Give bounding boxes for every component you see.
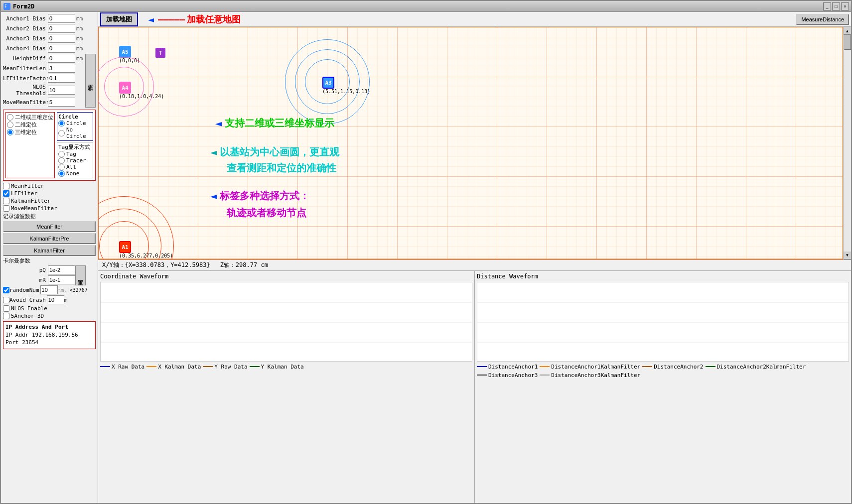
meanfilter-button[interactable]: MeanFilter (3, 221, 96, 232)
load-map-button[interactable]: 加载地图 (100, 12, 138, 26)
scroll-down-button[interactable]: ▼ (844, 252, 852, 259)
nlos-threshold-input[interactable] (48, 86, 75, 95)
randomnum-checkbox[interactable] (3, 287, 9, 293)
circle-section-label: Circle (58, 114, 92, 120)
annotation-2d3d-text: 支持二维或三维坐标显示 (225, 117, 334, 130)
tag-t-node: T (155, 48, 165, 58)
heightdiff-label: HeightDiff (3, 55, 48, 62)
meanfilterlen-input[interactable] (48, 64, 75, 73)
window-title: Form2D (13, 3, 823, 10)
ip-addr-label: IP Addr (5, 332, 32, 338)
3d-radio[interactable] (7, 129, 13, 135)
scroll-thumb[interactable] (844, 35, 851, 50)
anchor3d-checkbox[interactable] (3, 313, 9, 319)
waveform-container: Coordinate Waveform X Raw Data (98, 270, 851, 504)
kalmanfilter-checkbox-label: KalmanFilter (11, 198, 50, 204)
legend-dist-a1k: DistanceAnchor1KalmanFilter (540, 364, 640, 370)
movemeanfilterlen-input[interactable] (48, 98, 75, 107)
annotation-tag-text1: 标签多种选择方式： (220, 189, 309, 203)
kalmanfilter-button[interactable]: KalmanFilter (3, 245, 96, 256)
circle-label: Circle (66, 120, 86, 126)
kalman-fields: pQ mR (3, 265, 75, 285)
dist-waveform-title: Distance Waveform (477, 273, 849, 280)
nlos-enable-item: NLOS Enable (3, 305, 96, 312)
lffilterfactor-input[interactable] (48, 74, 75, 83)
meanfilter-checkbox[interactable] (3, 183, 9, 189)
kalman-params-label: 卡尔曼参数 (3, 257, 96, 264)
movemeanfilter-checkbox[interactable] (3, 205, 9, 212)
load-annotation-label: 加载任意地图 (187, 13, 241, 25)
anchor2-bias-input[interactable] (48, 24, 75, 33)
annotation-tag-text2: 轨迹或者移动节点 (227, 207, 306, 219)
legend-dist-a1k-line (540, 366, 550, 367)
ip-section: IP Address And Port IP Addr 192.168.199.… (3, 321, 96, 349)
main-content: Anchor1 Bias mm Anchor2 Bias mm Anchor3 … (1, 12, 851, 503)
minimize-button[interactable]: _ (823, 2, 831, 10)
mr-input[interactable] (48, 275, 75, 284)
tag-radio-item: Tag (58, 151, 92, 157)
anchor4-bias-input[interactable] (48, 44, 75, 53)
nocircle-radio[interactable] (58, 130, 65, 136)
lffilterfactor-row: LFFilterFactor (3, 74, 85, 83)
avoidcrash-unit: m (64, 297, 68, 303)
movemeanfilterlen-label: MoveMeanFilterLen (3, 99, 48, 106)
map-toolbar: 加载地图 ◄ ————— 加载任意地图 MeasureDistance (98, 12, 851, 27)
legend-x-raw-line (100, 366, 110, 367)
pq-input[interactable] (48, 265, 75, 274)
none-radio[interactable] (58, 170, 65, 177)
scroll-up-button[interactable]: ▲ (844, 27, 852, 35)
close-button[interactable]: × (841, 2, 849, 10)
anchor2-bias-unit: mm (76, 25, 83, 32)
lffilter-checkbox[interactable] (3, 190, 9, 197)
measure-distance-button[interactable]: MeasureDistance (796, 14, 849, 25)
legend-x-raw-label: X Raw Data (112, 364, 144, 370)
tag-radio[interactable] (58, 151, 65, 157)
3d-label: 三维定位 (15, 128, 37, 136)
2d-label: 二维定位 (15, 121, 37, 128)
kalman-reset-button[interactable]: 重置 (75, 265, 86, 285)
legend-dist-a3-line (477, 375, 487, 376)
2d3d-radio[interactable] (7, 114, 13, 121)
tag-display-box: Tag显示方式 Tag Tracer All (57, 142, 93, 178)
mr-label: mR (3, 277, 48, 283)
avoidcrash-checkbox[interactable] (3, 297, 9, 303)
anchor3d-label: 5Anchor 3D (11, 313, 44, 319)
anchor1-bias-input[interactable] (48, 14, 75, 23)
legend-y-kalman-label: Y Kalman Data (261, 364, 304, 370)
refresh-button[interactable]: 更新 (85, 54, 96, 108)
kalmanfilter-checkbox[interactable] (3, 198, 9, 204)
anchor4-bias-label: Anchor4 Bias (3, 45, 48, 52)
lffilter-checkbox-label: LFFilter (11, 190, 37, 197)
annotation-circle-text1: 以基站为中心画圆，更直观 (220, 145, 339, 159)
tracer-label: Tracer (66, 157, 86, 164)
nlos-enable-checkbox[interactable] (3, 305, 9, 312)
maximize-button[interactable]: □ (832, 2, 840, 10)
z-status: Z轴：298.77 cm (220, 261, 268, 269)
coordinate-waveform-panel: Coordinate Waveform X Raw Data (98, 271, 475, 504)
status-bar: X/Y轴：{X=338.0783，Y=412.5983} Z轴：298.77 c… (98, 259, 851, 270)
circle-radio[interactable] (58, 120, 65, 126)
legend-y-kalman: Y Kalman Data (250, 364, 304, 370)
annotation-circle2: 查看测距和定位的准确性 (227, 161, 336, 175)
heightdiff-input[interactable] (48, 54, 75, 63)
kalmanfilterpre-button[interactable]: KalmanFilterPre (3, 233, 96, 244)
legend-y-raw-label: Y Raw Data (214, 364, 247, 370)
avoidcrash-input[interactable] (47, 295, 64, 304)
2d-radio[interactable] (7, 122, 13, 128)
nlos-threshold-row: NLOS Threshold (3, 84, 85, 97)
meanfilter-checkbox-label: MeanFilter (11, 183, 44, 189)
ip-addr-value: 192.168.199.56 (32, 332, 78, 338)
all-radio[interactable] (58, 164, 65, 170)
randomnum-input[interactable] (40, 285, 58, 294)
circle-box: Circle Circle No Circle (57, 112, 93, 141)
legend-dist-a1-line (477, 366, 487, 367)
movemeanfilterlen-row: MoveMeanFilterLen (3, 98, 85, 107)
anchor3-bias-input[interactable] (48, 34, 75, 43)
legend-dist-a3k-line (540, 375, 550, 376)
main-window: F Form2D _ □ × Anchor1 Bias mm Anchor2 B… (0, 0, 852, 504)
load-annotation-text: ————— (158, 14, 185, 24)
tracer-radio[interactable] (58, 157, 65, 164)
annotation-tag: ◄ 标签多种选择方式： (210, 189, 309, 203)
legend-y-raw-line (203, 366, 213, 367)
load-annotation: ◄ ————— 加载任意地图 (148, 13, 241, 25)
